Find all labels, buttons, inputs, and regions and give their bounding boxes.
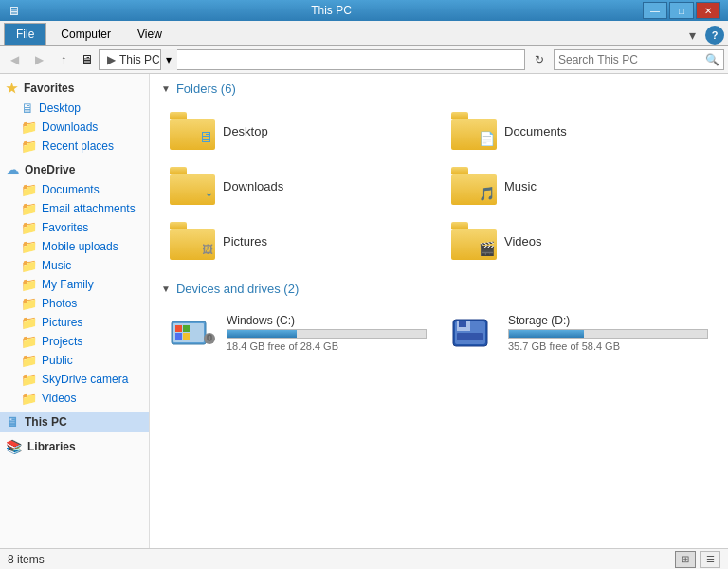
sidebar-item-od-skydrive[interactable]: 📁 SkyDrive camera <box>0 370 149 389</box>
drive-item-d[interactable]: Storage (D:) 35.7 GB free of 58.4 GB <box>443 305 717 360</box>
ribbon-right-controls: ▾ ? <box>683 26 724 45</box>
folder-item-documents[interactable]: 📄 Documents <box>443 105 717 156</box>
sidebar-item-od-videos[interactable]: 📁 Videos <box>0 389 149 408</box>
sidebar-item-label: Documents <box>42 183 100 196</box>
documents-folder-icon: 📄 <box>451 112 497 150</box>
sidebar-onedrive-header[interactable]: ☁ OneDrive <box>0 159 149 180</box>
sidebar-item-downloads[interactable]: 📁 Downloads <box>0 118 149 137</box>
sidebar-item-od-pictures[interactable]: 📁 Pictures <box>0 313 149 332</box>
refresh-button[interactable]: ↻ <box>529 49 550 70</box>
folders-section-header[interactable]: ▼ Folders (6) <box>161 82 717 96</box>
address-bar: ◀ ▶ ↑ 🖥 ▶ This PC ▾ ↻ 🔍 <box>0 46 728 74</box>
sidebar-item-desktop[interactable]: 🖥 Desktop <box>0 99 149 118</box>
sidebar-item-od-documents[interactable]: 📁 Documents <box>0 180 149 199</box>
drive-d-progress <box>508 329 708 339</box>
videos-folder-icon: 🎬 <box>451 222 497 260</box>
folder-item-downloads[interactable]: ↓ Downloads <box>161 160 435 211</box>
sidebar-item-label: Downloads <box>42 120 98 134</box>
breadcrumb-icon: 🖥 <box>78 49 95 70</box>
folder-icon: 📁 <box>21 220 37 235</box>
pictures-folder-icon: 🖼 <box>170 222 215 260</box>
search-box: 🔍 <box>554 49 724 70</box>
sidebar-item-od-email[interactable]: 📁 Email attachments <box>0 199 149 218</box>
sidebar-item-label: Email attachments <box>42 202 136 215</box>
forward-button[interactable]: ▶ <box>28 49 49 70</box>
svg-rect-12 <box>459 321 466 327</box>
folder-downloads-icon: 📁 <box>21 119 37 135</box>
sidebar-favorites-header[interactable]: ★ Favorites <box>0 78 149 99</box>
folder-item-videos[interactable]: 🎬 Videos <box>443 215 717 266</box>
svg-rect-2 <box>175 325 182 332</box>
sidebar-item-od-myfamily[interactable]: 📁 My Family <box>0 275 149 294</box>
sidebar-thispc-header[interactable]: 🖥 This PC <box>0 412 149 432</box>
sidebar-section-favorites: ★ Favorites 🖥 Desktop 📁 Downloads 📁 Rece… <box>0 78 149 156</box>
folder-label-downloads: Downloads <box>223 179 283 193</box>
cloud-icon: ☁ <box>6 162 19 177</box>
svg-rect-5 <box>183 333 190 340</box>
folder-icon: 📁 <box>21 182 37 197</box>
tab-file[interactable]: File <box>4 23 46 45</box>
view-controls: ⊞ ☰ <box>675 551 720 568</box>
search-input[interactable] <box>558 53 705 66</box>
folder-item-desktop[interactable]: 🖥 Desktop <box>161 105 435 156</box>
devices-section-header[interactable]: ▼ Devices and drives (2) <box>161 282 717 296</box>
ribbon-collapse-arrow[interactable]: ▾ <box>683 26 701 45</box>
sidebar-item-od-projects[interactable]: 📁 Projects <box>0 332 149 351</box>
folder-icon: 📁 <box>21 315 37 330</box>
sidebar-favorites-label: Favorites <box>24 82 74 95</box>
large-icons-view-button[interactable]: ⊞ <box>675 551 696 568</box>
folder-label-music: Music <box>504 179 537 193</box>
sidebar-item-label: My Family <box>42 278 94 291</box>
address-path[interactable]: ▶ This PC ▾ <box>99 49 525 70</box>
desktop-folder-icon: 🖥 <box>170 112 215 150</box>
drive-d-info: Storage (D:) 35.7 GB free of 58.4 GB <box>508 314 708 352</box>
svg-rect-4 <box>175 333 182 340</box>
folder-icon: 📁 <box>21 239 37 254</box>
drive-c-name: Windows (C:) <box>227 314 427 327</box>
sidebar-item-label: Favorites <box>42 221 88 234</box>
ribbon-help-button[interactable]: ? <box>705 26 724 45</box>
back-button[interactable]: ◀ <box>4 49 25 70</box>
drive-c-progress <box>227 329 427 339</box>
sidebar-libraries-header[interactable]: 📚 Libraries <box>0 436 149 457</box>
sidebar-item-od-music[interactable]: 📁 Music <box>0 256 149 275</box>
sidebar-section-onedrive: ☁ OneDrive 📁 Documents 📁 Email attachmen… <box>0 159 149 408</box>
drive-c-space: 18.4 GB free of 28.4 GB <box>227 340 427 352</box>
sidebar-item-od-favorites[interactable]: 📁 Favorites <box>0 218 149 237</box>
main-layout: ★ Favorites 🖥 Desktop 📁 Downloads 📁 Rece… <box>0 74 728 548</box>
tab-view[interactable]: View <box>125 23 174 45</box>
sidebar-item-label: Pictures <box>42 316 82 329</box>
sidebar-item-recent-places[interactable]: 📁 Recent places <box>0 137 149 156</box>
up-button[interactable]: ↑ <box>53 49 74 70</box>
folder-icon: 📁 <box>21 201 37 216</box>
close-button[interactable]: ✕ <box>696 2 720 19</box>
folder-label-documents: Documents <box>504 124 567 138</box>
drive-c-icon <box>170 312 219 354</box>
drive-d-space: 35.7 GB free of 58.4 GB <box>508 340 708 352</box>
sidebar-onedrive-label: OneDrive <box>25 163 75 176</box>
drive-d-fill <box>509 330 584 338</box>
svg-rect-13 <box>457 333 483 340</box>
sidebar-item-od-public[interactable]: 📁 Public <box>0 351 149 370</box>
sidebar-item-label: Music <box>42 259 71 272</box>
downloads-overlay-icon: ↓ <box>205 181 213 201</box>
sidebar-item-label: Desktop <box>39 101 81 115</box>
sidebar-item-od-mobile[interactable]: 📁 Mobile uploads <box>0 237 149 256</box>
drive-d-name: Storage (D:) <box>508 314 708 327</box>
sidebar-item-od-photos[interactable]: 📁 Photos <box>0 294 149 313</box>
sidebar-item-label: Videos <box>42 392 76 405</box>
windows-drive-icon <box>170 312 219 354</box>
minimize-button[interactable]: — <box>643 2 667 19</box>
maximize-button[interactable]: □ <box>669 2 694 19</box>
tab-computer[interactable]: Computer <box>48 23 123 45</box>
music-folder-icon: 🎵 <box>451 167 497 205</box>
address-dropdown-arrow[interactable]: ▾ <box>160 49 177 70</box>
pc-icon: 🖥 <box>6 414 19 430</box>
sidebar-item-label: SkyDrive camera <box>42 373 128 386</box>
folders-grid: 🖥 Desktop 📄 Documents ↓ <box>161 105 717 266</box>
folder-item-music[interactable]: 🎵 Music <box>443 160 717 211</box>
folder-item-pictures[interactable]: 🖼 Pictures <box>161 215 435 266</box>
folder-label-pictures: Pictures <box>223 234 267 248</box>
list-view-button[interactable]: ☰ <box>700 551 720 568</box>
drive-item-c[interactable]: Windows (C:) 18.4 GB free of 28.4 GB <box>161 305 435 360</box>
